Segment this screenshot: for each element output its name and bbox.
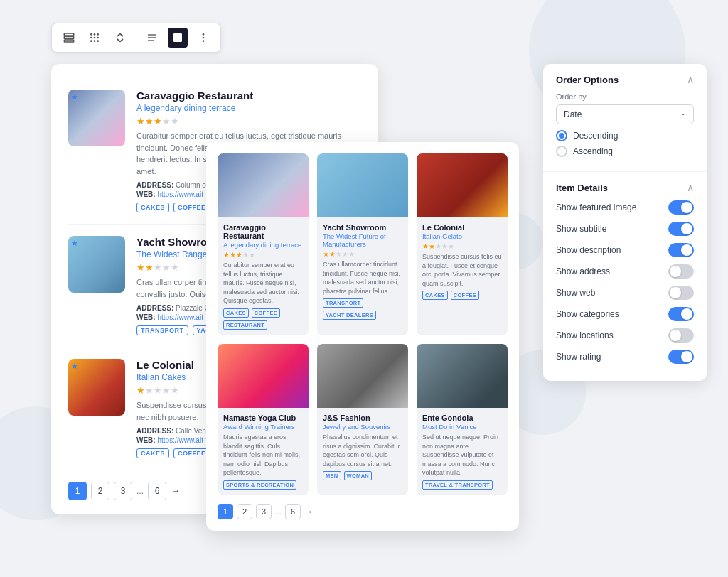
text-align-icon[interactable] [142,28,162,48]
grid-item-stars: ★★★★★ [223,251,303,259]
item-rating: ★★★★★ [136,116,361,126]
options-panel: Order Options ∧ Order by Date Title Rati… [543,64,707,381]
grid-tag: CAKES [223,308,249,318]
toggle-knob [681,223,692,234]
grid-item-tags: TRANSPORT YACHT DEALERS [323,298,402,320]
toggle-subtitle[interactable] [668,222,694,236]
grid-item-title: Ente Gondola [422,414,502,422]
grid-item-body: Namaste Yoga Club Award Winning Trainers… [218,408,309,495]
toggle-description[interactable] [668,243,694,257]
grid-page-6-button[interactable]: 6 [285,504,301,519]
list-view-icon[interactable] [59,28,79,48]
next-page-arrow[interactable]: → [171,485,181,497]
descending-radio[interactable]: Descending [556,130,694,141]
grid-page-1-button[interactable]: 1 [218,504,233,519]
item-subtitle: A legendary dining terrace [136,103,361,113]
toggle-web[interactable] [668,286,694,300]
ascending-radio[interactable]: Ascending [556,146,694,157]
toggle-categories[interactable] [668,307,694,321]
page-2-button[interactable]: 2 [91,482,109,500]
grid-item-image [417,153,508,217]
tag: COFFEE [173,203,210,212]
grid-item-desc: Cras ullamcorper tincidunt tincidunt. Fu… [323,260,402,296]
grid-page-2-button[interactable]: 2 [237,504,252,519]
toggle-row-description: Show description [556,243,694,257]
toggle-featured-image[interactable] [668,200,694,215]
order-section-chevron-icon[interactable]: ∧ [687,74,694,85]
grid-pagination: 1 2 3 ... 6 → [218,504,508,519]
grid-item-desc: Suspendisse cursus felis eu a feugiat. F… [422,252,502,288]
svg-rect-15 [173,33,182,42]
toggle-knob [670,266,681,277]
grid-item-stars: ★★★★★ [422,242,502,250]
grid-item-body: Ente Gondola Must Do in Venice Sed ut ne… [417,408,508,495]
grid-item: Ente Gondola Must Do in Venice Sed ut ne… [417,344,508,495]
grid-item-title: Le Colonial [422,223,502,232]
grid-tag: RESTAURANT [223,320,267,330]
order-options-section: Order Options ∧ Order by Date Title Rati… [543,64,707,172]
more-options-icon[interactable] [193,28,213,48]
grid-dots-icon[interactable] [85,28,105,48]
grid-item-stars: ★★★★★ [323,250,402,258]
grid-tag: WOMAN [344,471,373,480]
grid-page-3-button[interactable]: 3 [256,504,272,519]
svg-point-5 [97,33,99,36]
grid-page-dots: ... [275,507,282,516]
descending-label: Descending [573,131,618,141]
grid-tag: COFFEE [451,291,479,300]
page-6-button[interactable]: 6 [148,482,166,500]
grid-item-body: Yacht Showroom The Widest Future of Manu… [317,217,408,325]
grid-tag: TRAVEL & TRANSPORT [422,480,493,490]
toggle-locations[interactable] [668,328,694,343]
toolbar-divider [136,31,136,45]
favorite-icon: ★ [71,362,78,371]
svg-point-17 [203,37,205,39]
grid-item-tags: SPORTS & RECREATION [223,480,303,490]
page-3-button[interactable]: 3 [114,482,132,500]
toggle-rating[interactable] [668,350,694,364]
toolbar [51,23,221,53]
grid-item-image [417,344,508,408]
item-image: ★ [68,90,125,146]
grid-item-tags: CAKES COFFEE [422,291,502,300]
svg-point-4 [94,33,96,36]
toggle-label-rating: Show rating [556,352,601,362]
details-section-title: Item Details [556,183,608,193]
svg-point-11 [97,40,99,42]
order-direction-group: Descending Ascending [556,130,694,157]
toggle-row-categories: Show categories [556,307,694,321]
page-1-button[interactable]: 1 [68,482,87,500]
grid-item-title: Yacht Showroom [323,223,402,232]
grid-item-desc: Sed ut neque neque. Proin non magna ante… [422,433,502,478]
grid-item: J&S Fashion Jewelry and Souvenirs Phasel… [317,344,408,495]
grid-item-subtitle: A legendary dining terrace [223,241,303,249]
toggle-knob [681,202,692,213]
order-section-title: Order Options [556,75,619,85]
grid-next-page-arrow[interactable]: → [304,507,313,517]
order-by-select[interactable]: Date Title Rating Random [556,104,694,124]
favorite-icon: ★ [71,239,78,248]
toggle-knob [670,287,681,298]
svg-point-8 [97,37,99,39]
details-section-chevron-icon[interactable]: ∧ [687,182,694,193]
toggle-row-subtitle: Show subtitle [556,222,694,236]
toggle-label-subtitle: Show subtitle [556,224,606,234]
toggle-address[interactable] [668,264,694,279]
page-dots: ... [136,486,144,496]
sort-arrows-icon[interactable] [110,28,130,48]
grid-item-title: Caravaggio Restaurant [223,223,303,240]
item-title: Caravaggio Restaurant [136,90,361,102]
ascending-radio-circle [556,146,567,157]
item-details-section: Item Details ∧ Show featured image Show … [543,172,707,381]
svg-point-18 [203,40,205,42]
item-image: ★ [68,359,125,416]
tag: TRANSPORT [136,325,188,335]
order-by-label: Order by [556,92,694,101]
square-fill-icon[interactable] [168,28,188,48]
ascending-label: Ascending [573,146,613,156]
grid-item-subtitle: Award Winning Trainers [223,423,303,431]
grid-item-image [317,344,408,408]
grid-item-desc: Phasellus condimentum et risus a digniss… [323,433,402,468]
grid-item: Le Colonial Italian Gelato ★★★★★ Suspend… [417,153,508,335]
grid-item: Namaste Yoga Club Award Winning Trainers… [218,344,309,495]
